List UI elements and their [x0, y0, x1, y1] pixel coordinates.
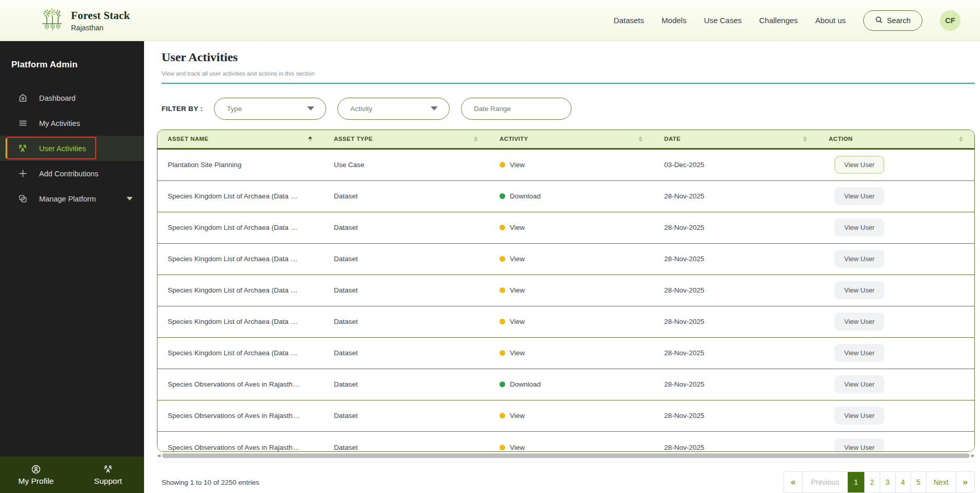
- sidebar-item-manage-platform[interactable]: Manage Platform: [0, 186, 144, 211]
- nav-use-cases[interactable]: Use Cases: [704, 16, 741, 25]
- cell-asset-type: Dataset: [324, 224, 489, 231]
- support-icon: [103, 464, 113, 474]
- pagination-Next[interactable]: Next: [926, 472, 956, 492]
- cell-asset-name: Species Kingdom List of Archaea (Data …: [157, 318, 324, 325]
- users-icon: [17, 143, 28, 154]
- activity-label: View: [510, 318, 525, 325]
- search-button-label: Search: [887, 16, 911, 25]
- view-user-button[interactable]: View User: [834, 156, 884, 174]
- view-user-button[interactable]: View User: [834, 407, 884, 425]
- table-row: Species Kingdom List of Archaea (Data … …: [157, 306, 974, 338]
- view-user-button[interactable]: View User: [834, 439, 884, 452]
- cell-asset-name: Plantation Site Planning: [157, 161, 324, 169]
- view-user-button[interactable]: View User: [834, 344, 884, 362]
- cell-activity: View: [489, 444, 654, 451]
- page-subtitle: View and track all user activities and a…: [162, 70, 975, 77]
- cell-date: 28-Nov-2025: [654, 444, 818, 451]
- view-user-button[interactable]: View User: [834, 281, 884, 299]
- menu-icon: [17, 118, 28, 129]
- scroll-right-icon[interactable]: ▶: [971, 453, 975, 458]
- activity-label: View: [510, 412, 525, 419]
- sort-icon: [638, 136, 643, 142]
- view-user-button[interactable]: View User: [834, 375, 884, 393]
- filter-activity-dropdown[interactable]: Activity: [337, 98, 450, 120]
- pagination-first[interactable]: «: [784, 472, 802, 492]
- column-header-action[interactable]: ACTION: [818, 130, 974, 148]
- cell-date: 28-Nov-2025: [654, 224, 818, 231]
- column-header-date[interactable]: DATE: [654, 130, 818, 148]
- cell-asset-type: Dataset: [324, 412, 489, 419]
- table-row: Species Kingdom List of Archaea (Data … …: [157, 181, 974, 212]
- cell-asset-type: Dataset: [324, 286, 489, 294]
- cell-asset-name: Species Kingdom List of Archaea (Data …: [157, 286, 324, 294]
- pagination: «Previous12345Next»: [783, 471, 975, 493]
- activity-status-dot: [500, 193, 505, 199]
- table-row: Species Observations of Aves in Rajasth……: [157, 432, 974, 452]
- cell-asset-name: Species Kingdom List of Archaea (Data …: [157, 224, 324, 231]
- view-user-button[interactable]: View User: [834, 187, 884, 205]
- activity-status-dot: [500, 445, 505, 450]
- column-header-activity[interactable]: ACTIVITY: [489, 130, 654, 148]
- horizontal-scrollbar[interactable]: ◀ ▶: [157, 453, 975, 459]
- column-header-asset-name[interactable]: ASSET NAME: [157, 130, 324, 148]
- title-divider: [162, 83, 975, 84]
- sidebar-item-user-activities[interactable]: User Activities: [0, 136, 144, 161]
- home-icon: [17, 93, 28, 103]
- sidebar-footer-support[interactable]: Support: [72, 457, 144, 493]
- brand-region: Rajasthan: [71, 24, 130, 32]
- activity-label: View: [510, 444, 525, 451]
- nav-models[interactable]: Models: [662, 16, 686, 25]
- column-header-asset-type[interactable]: ASSET TYPE: [324, 130, 489, 148]
- forest-stack-logo-icon: [40, 6, 64, 35]
- search-button[interactable]: Search: [863, 10, 922, 31]
- activity-label: View: [510, 286, 525, 294]
- cell-asset-type: Dataset: [324, 192, 489, 200]
- cell-activity: View: [489, 286, 654, 294]
- sidebar-nav: Dashboard My Activities: [0, 85, 144, 211]
- page-title: User Activities: [162, 50, 975, 64]
- view-user-button[interactable]: View User: [834, 313, 884, 331]
- cell-activity: View: [489, 224, 654, 231]
- sidebar-item-label: Manage Platform: [39, 195, 96, 203]
- cell-activity: Download: [489, 380, 654, 388]
- sidebar-footer: My Profile Support: [0, 457, 144, 493]
- scroll-left-icon[interactable]: ◀: [157, 453, 161, 458]
- sidebar-footer-label: Support: [94, 477, 122, 486]
- table-row: Species Observations of Aves in Rajasth……: [157, 400, 974, 432]
- app: Forest Stack Rajasthan Datasets Models U…: [0, 0, 980, 493]
- pagination-page-4[interactable]: 4: [895, 472, 911, 492]
- nav-challenges[interactable]: Challenges: [759, 16, 798, 25]
- cell-date: 28-Nov-2025: [654, 412, 818, 419]
- scrollbar-thumb[interactable]: [162, 453, 970, 458]
- nav-about-us[interactable]: About us: [815, 16, 846, 25]
- nav-datasets[interactable]: Datasets: [614, 16, 644, 25]
- pagination-page-1[interactable]: 1: [847, 472, 864, 492]
- sidebar-item-label: User Activities: [39, 144, 86, 153]
- sidebar-footer-my-profile[interactable]: My Profile: [0, 457, 72, 493]
- sidebar-item-add-contributions[interactable]: Add Contributions: [0, 161, 144, 186]
- table-footer: Showing 1 to 10 of 2250 entries «Previou…: [157, 462, 975, 493]
- brand[interactable]: Forest Stack Rajasthan: [40, 6, 130, 35]
- cell-asset-name: Species Kingdom List of Archaea (Data …: [157, 192, 324, 200]
- pagination-Previous[interactable]: Previous: [802, 472, 847, 492]
- sidebar-item-my-activities[interactable]: My Activities: [0, 111, 144, 136]
- activity-label: Download: [510, 380, 541, 388]
- view-user-button[interactable]: View User: [834, 218, 884, 236]
- pagination-page-2[interactable]: 2: [864, 472, 880, 492]
- cell-asset-name: Species Kingdom List of Archaea (Data …: [157, 255, 324, 263]
- view-user-button[interactable]: View User: [834, 250, 884, 268]
- filter-date-range-input[interactable]: Date Range: [461, 98, 572, 120]
- table-row: Species Kingdom List of Archaea (Data … …: [157, 338, 974, 369]
- pagination-last[interactable]: »: [956, 472, 974, 492]
- pagination-page-3[interactable]: 3: [880, 472, 895, 492]
- filter-date-range-value: Date Range: [474, 105, 511, 113]
- cell-activity: View: [489, 412, 654, 419]
- table-row: Species Observations of Aves in Rajasth……: [157, 369, 974, 400]
- cell-asset-name: Species Observations of Aves in Rajasth…: [157, 444, 324, 451]
- sidebar-item-dashboard[interactable]: Dashboard: [0, 85, 144, 111]
- activity-status-dot: [500, 162, 505, 168]
- avatar[interactable]: CF: [940, 10, 960, 31]
- pagination-page-5[interactable]: 5: [911, 472, 926, 492]
- profile-icon: [31, 464, 41, 474]
- filter-type-dropdown[interactable]: Type: [214, 98, 326, 120]
